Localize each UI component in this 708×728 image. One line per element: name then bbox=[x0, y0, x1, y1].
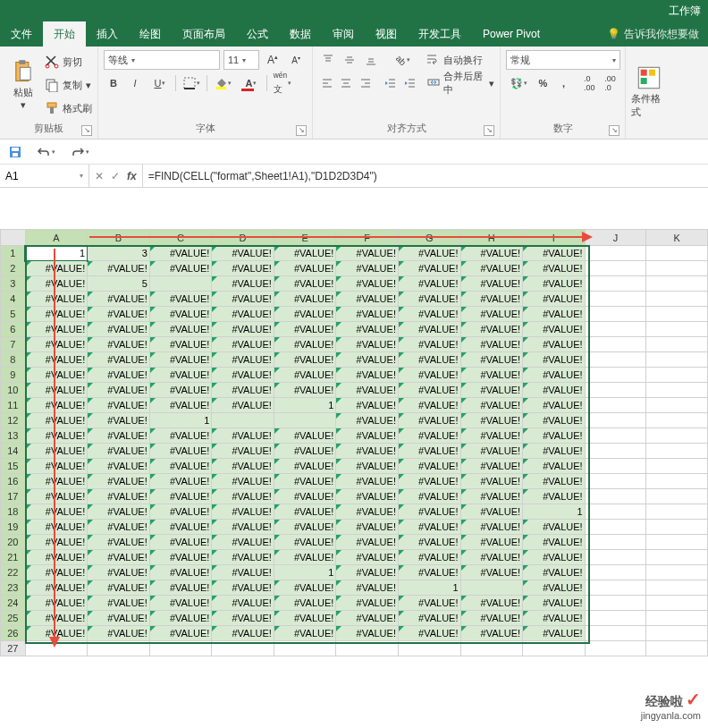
name-box[interactable]: A1 ▾ bbox=[0, 165, 89, 187]
cell[interactable] bbox=[646, 444, 708, 459]
cell[interactable]: #VALUE! bbox=[398, 489, 460, 504]
cell[interactable]: #VALUE! bbox=[25, 474, 88, 489]
cell[interactable]: #VALUE! bbox=[523, 535, 586, 550]
cell[interactable]: #VALUE! bbox=[25, 504, 88, 520]
row-header[interactable]: 22 bbox=[1, 565, 26, 580]
cell[interactable]: #VALUE! bbox=[88, 520, 150, 535]
cell[interactable]: #VALUE! bbox=[88, 322, 150, 337]
cell[interactable]: #VALUE! bbox=[336, 565, 399, 580]
font-color-button[interactable]: A▾ bbox=[238, 73, 265, 93]
cell[interactable]: #VALUE! bbox=[212, 504, 274, 520]
cell[interactable]: #VALUE! bbox=[336, 520, 399, 535]
cell[interactable] bbox=[585, 520, 646, 535]
cell[interactable]: #VALUE! bbox=[274, 261, 336, 276]
cell[interactable] bbox=[585, 276, 646, 292]
cell[interactable]: #VALUE! bbox=[25, 489, 88, 504]
percent-button[interactable]: % bbox=[534, 73, 552, 93]
tab-review[interactable]: 审阅 bbox=[322, 21, 365, 47]
cell[interactable]: #VALUE! bbox=[274, 626, 336, 641]
cell[interactable]: #VALUE! bbox=[523, 611, 586, 626]
cell[interactable] bbox=[585, 307, 646, 322]
cell[interactable]: #VALUE! bbox=[212, 580, 274, 596]
cell[interactable]: #VALUE! bbox=[398, 261, 460, 276]
cancel-formula-button[interactable]: ✕ bbox=[95, 170, 104, 182]
italic-button[interactable]: I bbox=[125, 73, 145, 93]
cell[interactable]: #VALUE! bbox=[336, 459, 399, 474]
cell[interactable] bbox=[646, 596, 708, 611]
cell[interactable]: #VALUE! bbox=[336, 276, 399, 292]
cell[interactable]: #VALUE! bbox=[88, 337, 150, 352]
cell[interactable] bbox=[646, 307, 708, 322]
cell[interactable]: #VALUE! bbox=[88, 504, 150, 520]
phonetic-button[interactable]: wén文▾ bbox=[269, 73, 296, 93]
cell[interactable] bbox=[646, 398, 708, 413]
cell[interactable]: #VALUE! bbox=[212, 428, 274, 444]
decrease-font-button[interactable]: A▾ bbox=[286, 50, 306, 70]
cell[interactable]: #VALUE! bbox=[523, 428, 586, 444]
cell[interactable] bbox=[585, 398, 646, 413]
cell[interactable]: #VALUE! bbox=[88, 292, 150, 307]
format-painter-button[interactable]: 格式刷 bbox=[45, 98, 92, 118]
cell[interactable] bbox=[646, 611, 708, 626]
cell[interactable]: #VALUE! bbox=[523, 459, 586, 474]
row-header[interactable]: 11 bbox=[1, 398, 26, 413]
cell[interactable]: #VALUE! bbox=[25, 276, 88, 292]
cell[interactable]: #VALUE! bbox=[212, 261, 274, 276]
cell[interactable] bbox=[646, 504, 708, 520]
cell[interactable]: #VALUE! bbox=[398, 352, 460, 368]
cell[interactable]: #VALUE! bbox=[274, 520, 336, 535]
cell[interactable]: #VALUE! bbox=[336, 444, 399, 459]
cell[interactable]: #VALUE! bbox=[336, 337, 399, 352]
cell[interactable]: #VALUE! bbox=[398, 565, 460, 580]
cut-button[interactable]: 剪切 bbox=[45, 52, 92, 72]
cell[interactable]: #VALUE! bbox=[336, 580, 399, 596]
cell[interactable]: #VALUE! bbox=[523, 580, 586, 596]
cell[interactable] bbox=[88, 641, 150, 656]
cell[interactable] bbox=[585, 246, 646, 261]
cell[interactable]: #VALUE! bbox=[398, 413, 460, 428]
cell[interactable] bbox=[398, 641, 460, 656]
cell[interactable]: #VALUE! bbox=[398, 535, 460, 550]
cell[interactable]: #VALUE! bbox=[149, 428, 212, 444]
decrease-indent-button[interactable] bbox=[383, 73, 400, 93]
cell[interactable]: #VALUE! bbox=[88, 428, 150, 444]
cell[interactable]: #VALUE! bbox=[460, 489, 523, 504]
cell[interactable]: #VALUE! bbox=[212, 276, 274, 292]
cell[interactable]: #VALUE! bbox=[398, 276, 460, 292]
enter-formula-button[interactable]: ✓ bbox=[111, 170, 120, 182]
cell[interactable]: #VALUE! bbox=[274, 611, 336, 626]
cell[interactable]: #VALUE! bbox=[460, 337, 523, 352]
align-center-button[interactable] bbox=[337, 73, 354, 93]
cell[interactable]: #VALUE! bbox=[149, 611, 212, 626]
cell[interactable] bbox=[585, 352, 646, 368]
tab-developer[interactable]: 开发工具 bbox=[408, 21, 472, 47]
cell[interactable]: #VALUE! bbox=[212, 611, 274, 626]
cell[interactable]: #VALUE! bbox=[460, 398, 523, 413]
cell[interactable]: #VALUE! bbox=[398, 322, 460, 337]
cell[interactable] bbox=[585, 504, 646, 520]
cell[interactable]: #VALUE! bbox=[88, 596, 150, 611]
cell[interactable]: #VALUE! bbox=[398, 398, 460, 413]
cell[interactable]: #VALUE! bbox=[149, 337, 212, 352]
row-header[interactable]: 2 bbox=[1, 261, 26, 276]
cell[interactable]: #VALUE! bbox=[274, 596, 336, 611]
cell[interactable]: #VALUE! bbox=[212, 459, 274, 474]
cell[interactable] bbox=[212, 641, 274, 656]
cell[interactable]: #VALUE! bbox=[523, 474, 586, 489]
row-header[interactable]: 3 bbox=[1, 276, 26, 292]
cell[interactable]: #VALUE! bbox=[523, 261, 586, 276]
cell[interactable]: #VALUE! bbox=[274, 307, 336, 322]
cell[interactable] bbox=[460, 580, 523, 596]
row-header[interactable]: 7 bbox=[1, 337, 26, 352]
tab-file[interactable]: 文件 bbox=[0, 21, 43, 47]
row-header[interactable]: 21 bbox=[1, 550, 26, 565]
cell[interactable]: 1 bbox=[398, 580, 460, 596]
cell[interactable]: #VALUE! bbox=[212, 383, 274, 398]
cell[interactable] bbox=[585, 459, 646, 474]
column-header[interactable]: K bbox=[646, 230, 708, 246]
cell[interactable] bbox=[646, 337, 708, 352]
cell[interactable] bbox=[585, 550, 646, 565]
cell[interactable]: #VALUE! bbox=[460, 352, 523, 368]
cell[interactable]: #VALUE! bbox=[398, 307, 460, 322]
cell[interactable]: #VALUE! bbox=[398, 520, 460, 535]
